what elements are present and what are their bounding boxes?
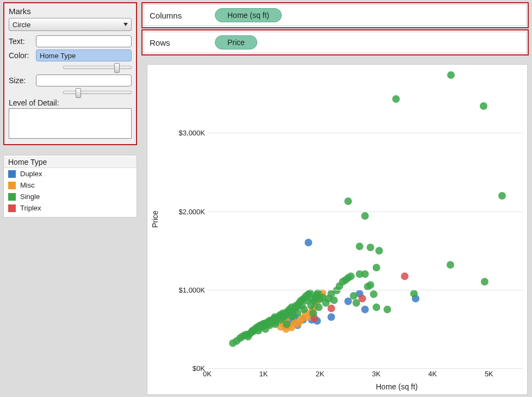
color-label: Color: [9, 51, 36, 60]
y-tick-label: $1,000K [179, 286, 205, 294]
plot-region [207, 70, 523, 368]
x-tick-label: 1K [259, 370, 268, 378]
legend-item[interactable]: Single [4, 191, 137, 202]
legend-swatch [8, 193, 16, 201]
data-point[interactable] [410, 290, 418, 297]
legend-swatch [8, 170, 16, 178]
data-point[interactable] [305, 239, 312, 246]
marks-type-select[interactable]: Circle [9, 18, 132, 31]
legend-item-label: Single [20, 193, 40, 201]
size-label: Size: [9, 76, 36, 85]
marks-type-value: Circle [13, 21, 30, 29]
chevron-down-icon [123, 23, 128, 26]
legend-item-label: Triplex [20, 204, 41, 212]
legend-item-label: Misc [20, 181, 35, 189]
data-point[interactable] [373, 303, 380, 311]
rows-pill[interactable]: Price [215, 35, 257, 49]
data-point[interactable] [283, 320, 290, 328]
legend-item[interactable]: Triplex [4, 202, 137, 214]
columns-shelf: Columns Home (sq ft) [141, 2, 529, 28]
lod-field[interactable] [9, 108, 132, 139]
lod-label: Level of Detail: [9, 98, 132, 107]
data-point[interactable] [361, 306, 369, 313]
legend-title: Home Type [4, 157, 137, 168]
x-tick-label: 0K [203, 370, 212, 378]
x-tick-label: 4K [428, 370, 437, 378]
marks-title: Marks [9, 7, 132, 16]
marks-card: Marks Circle Text: Color: Home Type Size… [3, 2, 137, 145]
data-point[interactable] [310, 309, 317, 317]
data-point[interactable] [344, 197, 352, 205]
data-point[interactable] [375, 247, 383, 255]
x-tick-label: 3K [372, 370, 381, 378]
data-point[interactable] [392, 95, 400, 103]
legend-item-label: Duplex [20, 170, 42, 178]
legend-item[interactable]: Misc [4, 179, 137, 191]
data-point[interactable] [350, 292, 357, 300]
data-point[interactable] [327, 305, 335, 312]
data-point[interactable] [498, 192, 506, 200]
data-point[interactable] [401, 272, 409, 280]
size-field[interactable] [36, 75, 132, 86]
data-point[interactable] [352, 299, 360, 307]
legend-swatch [8, 204, 16, 212]
data-point[interactable] [367, 244, 374, 251]
data-point[interactable] [361, 212, 369, 220]
data-point[interactable] [361, 270, 369, 278]
data-point[interactable] [367, 281, 374, 289]
data-point[interactable] [330, 296, 338, 304]
data-point[interactable] [481, 278, 488, 286]
legend-swatch [8, 182, 16, 189]
rows-label: Rows [150, 38, 215, 47]
x-axis-title: Home (sq ft) [376, 382, 418, 391]
legend-item[interactable]: Duplex [4, 168, 137, 179]
x-tick-label: 2K [316, 370, 324, 378]
legend-card: Home Type DuplexMiscSingleTriplex [3, 155, 137, 218]
data-point[interactable] [327, 313, 335, 321]
text-field[interactable] [36, 35, 132, 47]
columns-label: Columns [150, 11, 215, 20]
y-tick-label: $3,000K [179, 129, 205, 137]
data-point[interactable] [373, 264, 380, 271]
data-point[interactable] [383, 306, 391, 313]
rows-shelf: Rows Price [141, 29, 529, 55]
x-tick-label: 5K [485, 370, 493, 378]
data-point[interactable] [370, 290, 378, 298]
text-label: Text: [9, 37, 36, 46]
data-point[interactable] [480, 102, 487, 110]
color-transparency-slider[interactable] [63, 66, 132, 69]
color-field[interactable]: Home Type [36, 49, 132, 61]
size-slider[interactable] [63, 91, 132, 94]
data-point[interactable] [356, 243, 363, 250]
y-axis-title: Price [151, 210, 159, 228]
columns-pill[interactable]: Home (sq ft) [215, 8, 282, 22]
y-tick-label: $2,000K [179, 207, 205, 215]
data-point[interactable] [347, 272, 355, 280]
data-point[interactable] [447, 261, 454, 269]
chart-area[interactable]: Price Home (sq ft) $0K$1,000K$2,000K$3,0… [147, 64, 528, 395]
data-point[interactable] [447, 71, 455, 79]
